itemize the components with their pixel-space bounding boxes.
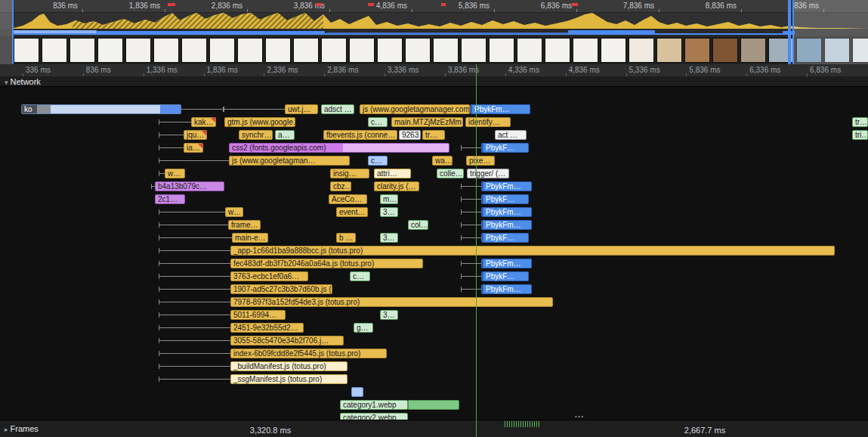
network-request-bar[interactable]: category2.webp bbox=[340, 413, 408, 420]
network-request-bar[interactable]: c… bbox=[350, 271, 370, 281]
network-request-bar[interactable]: 2c1… bbox=[155, 194, 185, 204]
network-request-bar[interactable]: PbykF… bbox=[481, 271, 529, 281]
network-request-bar[interactable]: PbykFm… bbox=[470, 104, 530, 114]
film-frame[interactable] bbox=[656, 38, 682, 63]
selection-right-handle[interactable] bbox=[788, 0, 791, 64]
film-frame[interactable] bbox=[489, 38, 514, 63]
network-request-bar[interactable]: insig… bbox=[330, 169, 369, 178]
network-request-bar[interactable]: frame… bbox=[228, 220, 261, 230]
film-frame[interactable] bbox=[293, 38, 319, 63]
frames-track-header[interactable]: ▸Frames bbox=[5, 424, 39, 433]
network-request-bar[interactable]: a… bbox=[275, 130, 295, 140]
network-request-bar[interactable]: 3… bbox=[380, 207, 398, 217]
network-request-bar[interactable]: PbykFm… bbox=[481, 207, 532, 217]
film-frame[interactable] bbox=[14, 38, 39, 63]
network-request-bar[interactable]: gtm.js (www.google… bbox=[224, 117, 295, 127]
network-request-bar[interactable]: identify… bbox=[465, 117, 511, 127]
film-frame[interactable] bbox=[181, 38, 207, 63]
network-request-bar[interactable]: 3… bbox=[380, 310, 398, 320]
selection-right-handle-grip[interactable] bbox=[792, 0, 794, 64]
network-request-bar[interactable]: b4a13b079c… bbox=[155, 181, 224, 191]
network-request-bar[interactable]: b … bbox=[336, 233, 356, 243]
network-request-bar[interactable]: colle… bbox=[437, 169, 464, 178]
film-frame[interactable] bbox=[461, 38, 487, 63]
film-frame[interactable] bbox=[321, 38, 347, 63]
network-request-bar[interactable]: _app-1c66d1ba9a888bcc.js (totus.pro) bbox=[230, 246, 835, 256]
network-request-bar[interactable]: AceCo… bbox=[329, 194, 367, 204]
film-frame[interactable] bbox=[125, 38, 151, 63]
network-request-bar[interactable]: kak… bbox=[191, 117, 216, 127]
film-frame[interactable] bbox=[601, 38, 626, 63]
network-request-bar[interactable]: js (www.googletagman… bbox=[229, 156, 350, 166]
film-frame[interactable] bbox=[684, 38, 710, 63]
film-frame[interactable] bbox=[153, 38, 179, 63]
network-request-bar[interactable]: 3055-58c5470e34b2f706.j… bbox=[230, 336, 344, 346]
film-frame[interactable] bbox=[545, 38, 570, 63]
network-request-bar[interactable]: 9263… bbox=[399, 130, 421, 140]
network-request-bar[interactable]: PbykF… bbox=[481, 194, 529, 204]
network-request-bar[interactable]: fbevents.js (conne… bbox=[323, 130, 397, 140]
film-frame[interactable] bbox=[712, 38, 738, 63]
network-request-bar[interactable]: 3… bbox=[380, 233, 398, 243]
film-frame[interactable] bbox=[573, 38, 598, 63]
network-request-bar[interactable]: col… bbox=[408, 220, 428, 230]
film-frame[interactable] bbox=[433, 38, 459, 63]
film-frame[interactable] bbox=[629, 38, 654, 63]
network-request-bar[interactable]: uwt.j… bbox=[285, 104, 318, 114]
network-request-bar[interactable]: PbykFm… bbox=[481, 181, 532, 191]
network-request-bar[interactable]: tr… bbox=[852, 117, 868, 127]
film-frame[interactable] bbox=[405, 38, 431, 63]
film-frame[interactable] bbox=[237, 38, 263, 63]
network-request-bar[interactable] bbox=[351, 387, 363, 397]
network-request-bar[interactable]: m… bbox=[380, 194, 398, 204]
network-request-bar[interactable]: PbykFm… bbox=[481, 220, 532, 230]
network-request-bar[interactable]: 1907-ad5c27c3b3b7d60b.js (tot… bbox=[230, 284, 332, 294]
network-request-bar[interactable]: PbykFm… bbox=[481, 284, 532, 294]
network-request-bar[interactable]: pixe… bbox=[466, 156, 495, 166]
network-request-bar[interactable]: 5011-6994… bbox=[230, 310, 286, 320]
network-request-bar[interactable]: _ssgManifest.js (totus.pro) bbox=[230, 374, 348, 384]
network-request-bar[interactable]: jqu… bbox=[184, 130, 207, 140]
film-frame[interactable] bbox=[42, 38, 67, 63]
selection-left-handle[interactable] bbox=[12, 0, 14, 64]
network-request-bar[interactable]: PbykF… bbox=[481, 143, 529, 153]
more-requests-ellipsis[interactable]: … bbox=[574, 408, 585, 420]
network-request-bar[interactable]: css2 (fonts.googleapis.com) bbox=[229, 143, 449, 153]
network-section-header[interactable]: ▾Network bbox=[0, 76, 868, 87]
network-request-bar[interactable]: category1.webp bbox=[340, 400, 408, 410]
network-request-bar[interactable]: trigger/ (… bbox=[467, 169, 509, 178]
network-request-bar[interactable]: PbykFm… bbox=[481, 259, 532, 268]
film-frame[interactable] bbox=[349, 38, 375, 63]
network-request-bar[interactable]: attri… bbox=[374, 169, 411, 178]
network-request-bar[interactable]: ia… bbox=[184, 143, 203, 153]
network-request-bar[interactable]: PbykF… bbox=[481, 233, 529, 243]
network-request-bar[interactable]: c… bbox=[368, 156, 388, 166]
network-request-bar[interactable]: tri… bbox=[852, 130, 868, 140]
network-request-bar[interactable]: clarity.js (… bbox=[374, 181, 419, 191]
film-frame[interactable] bbox=[97, 38, 123, 63]
network-request-bar[interactable]: index-6b09fcdd8e2f5445.js (totus.pro) bbox=[230, 349, 387, 358]
film-frame[interactable] bbox=[209, 38, 235, 63]
network-request-bar[interactable]: w… bbox=[165, 169, 185, 178]
network-request-bar[interactable]: wa… bbox=[432, 156, 453, 166]
network-request-bar[interactable]: c… bbox=[368, 117, 388, 127]
network-request-bar[interactable]: main-e… bbox=[232, 233, 268, 243]
network-request-bar[interactable]: _buildManifest.js (totus.pro) bbox=[230, 361, 348, 371]
network-request-bar[interactable]: js (www.googletagmanager.com) bbox=[360, 104, 470, 114]
network-request-bar[interactable]: 3763-ecbc1ef0a6… bbox=[230, 271, 308, 281]
network-request-bar[interactable]: g… bbox=[354, 323, 373, 333]
network-request-bar[interactable]: fec483df-db3f7b2046a0a64a.js (totus.pro) bbox=[230, 259, 423, 268]
film-frame[interactable] bbox=[517, 38, 542, 63]
film-frame[interactable] bbox=[70, 38, 95, 63]
film-frame[interactable] bbox=[265, 38, 291, 63]
network-request-bar[interactable]: 7978-897f3a152fd54de3.js (totus.pro) bbox=[230, 297, 553, 307]
network-request-bar[interactable]: tr… bbox=[422, 130, 445, 140]
network-request-bar[interactable]: main.MTZjMzEzMm… bbox=[391, 117, 463, 127]
main-time-ruler[interactable]: 336 ms836 ms1,336 ms1,836 ms2,336 ms2,83… bbox=[0, 64, 868, 77]
network-request-bar[interactable]: w… bbox=[225, 207, 243, 217]
performance-overview[interactable]: 836 ms1,836 ms2,836 ms3,836 ms4,836 ms5,… bbox=[0, 0, 868, 64]
network-request-bar[interactable]: 2451-9e32b55d2… bbox=[230, 323, 304, 333]
network-request-bar[interactable]: act … bbox=[495, 130, 527, 140]
network-request-bar[interactable]: synchr… bbox=[239, 130, 273, 140]
network-request-bar[interactable]: adsct … bbox=[321, 104, 354, 114]
